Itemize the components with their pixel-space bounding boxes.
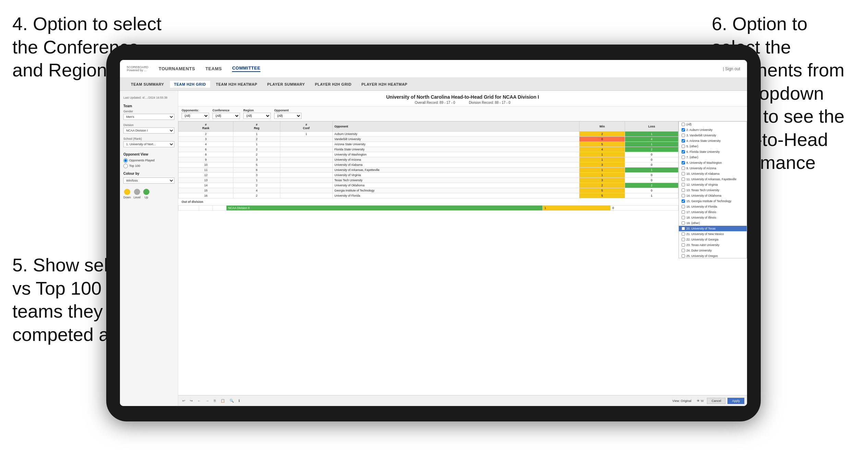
subnav-team-h2h-heatmap[interactable]: TEAM H2H HEATMAP	[212, 81, 261, 88]
opponent-view-title: Opponent View	[123, 152, 174, 156]
nav-teams[interactable]: TEAMS	[205, 66, 222, 71]
dropdown-item[interactable]: 17. University of Illinois	[679, 209, 747, 215]
table-row: 131Texas Tech University30	[179, 178, 678, 183]
dropdown-item[interactable]: 7. (other)	[679, 155, 747, 160]
toolbar-paste[interactable]: 📋	[219, 398, 226, 403]
conference-filter-select[interactable]: (All)	[212, 113, 240, 119]
col-conf: #Conf	[280, 122, 332, 132]
dropdown-item[interactable]: 4. Arizona State University	[679, 138, 747, 144]
toolbar-copy[interactable]: ⎘	[212, 398, 217, 403]
dropdown-item[interactable]: 13. Texas Tech University	[679, 187, 747, 193]
dropdown-item[interactable]: 16. University of Florida	[679, 204, 747, 209]
dropdown-item[interactable]: 25. University of Oregon	[679, 253, 747, 258]
sidebar-meta: Last Updated: 4/..../2024 16:55:38	[123, 96, 174, 100]
table-header-row: #Rank #Reg #Conf Opponent Win Loss	[179, 122, 678, 132]
h2h-table-container: #Rank #Reg #Conf Opponent Win Loss 211Au…	[178, 121, 678, 395]
opponent-filter-select[interactable]: (All)	[274, 113, 302, 119]
table-row: 211Auburn University21	[179, 132, 678, 137]
table-row: 116University of Arkansas, Fayetteville1…	[179, 168, 678, 173]
table-row: 142University of Oklahoma22	[179, 183, 678, 188]
nav-committee[interactable]: COMMITTEE	[232, 65, 260, 72]
out-div-rank-cell	[179, 206, 199, 211]
nav-tournaments[interactable]: TOURNAMENTS	[159, 66, 195, 71]
colour-by-select[interactable]: Win/loss	[123, 177, 174, 184]
table-row: 41Arizona State University51	[179, 142, 678, 147]
dropdown-item[interactable]: 14. University of Oklahoma	[679, 193, 747, 198]
subnav-player-h2h-grid[interactable]: PLAYER H2H GRID	[311, 81, 356, 88]
panel-header: University of North Carolina Head-to-Hea…	[178, 91, 747, 107]
out-div-table: NCAA Division II 1 0	[178, 205, 678, 211]
logo-sub: Powered by ...	[127, 69, 148, 72]
table-row: 154Georgia Institute of Technology50	[179, 188, 678, 193]
opponents-filter-group: Opponents: (All)	[182, 109, 209, 119]
toolbar-info[interactable]: ℹ	[237, 398, 241, 403]
toolbar-zoom[interactable]: 🔍	[228, 398, 235, 403]
tablet-frame: 5COREBOARD Powered by ... TOURNAMENTS TE…	[106, 45, 761, 421]
dropdown-item[interactable]: 22. University of Georgia	[679, 237, 747, 242]
opponent-filter-group: Opponent (All)	[274, 109, 302, 119]
dropdown-item[interactable]: 10. University of Alabama	[679, 171, 747, 176]
toolbar-redo[interactable]: ↪	[188, 398, 194, 403]
dropdown-item[interactable]: 15. Georgia Institute of Technology	[679, 198, 747, 204]
subnav-team-h2h-grid[interactable]: TEAM H2H GRID	[170, 81, 210, 88]
toolbar-undo[interactable]: ↩	[181, 398, 186, 403]
tablet-screen: 5COREBOARD Powered by ... TOURNAMENTS TE…	[120, 60, 747, 406]
nav-signout[interactable]: | Sign out	[723, 66, 740, 71]
legend-level-dot	[134, 189, 140, 195]
data-area: #Rank #Reg #Conf Opponent Win Loss 211Au…	[178, 121, 747, 395]
sub-navbar: TEAM SUMMARY TEAM H2H GRID TEAM H2H HEAT…	[120, 78, 747, 91]
subnav-team-summary[interactable]: TEAM SUMMARY	[127, 81, 168, 88]
cancel-button[interactable]: Cancel	[707, 398, 725, 404]
overall-record: Overall Record: 89 - 17 - 0	[415, 101, 455, 105]
toolbar-view-label: View: Original	[672, 399, 691, 403]
table-row: 93University of Arizona10	[179, 157, 678, 162]
dropdown-item[interactable]: (All)	[679, 122, 747, 127]
radio-opponents-played[interactable]: Opponents Played	[123, 158, 174, 163]
col-reg: #Reg	[233, 122, 280, 132]
out-div-reg-cell	[199, 206, 213, 211]
legend-up-label: Up	[145, 196, 148, 199]
dropdown-item[interactable]: 20. University of Texas	[679, 226, 747, 231]
sidebar-school-label: School (Rank)	[123, 137, 174, 140]
subnav-player-h2h-heatmap[interactable]: PLAYER H2H HEATMAP	[357, 81, 412, 88]
main-content: Last Updated: 4/..../2024 16:55:38 Team …	[120, 91, 747, 406]
dropdown-item[interactable]: 6. Florida State University	[679, 149, 747, 155]
opponents-filter-label: Opponents:	[182, 109, 209, 112]
toolbar-back[interactable]: ←	[196, 398, 202, 403]
h2h-tbody: 211Auburn University2132Vanderbilt Unive…	[179, 132, 678, 198]
dropdown-item[interactable]: 3. Vanderbilt University	[679, 133, 747, 138]
dropdown-item[interactable]: 18. University of Illinois	[679, 215, 747, 220]
out-div-loss-cell: 0	[611, 206, 678, 211]
out-div-row: NCAA Division II 1 0	[179, 206, 678, 211]
radio-top100[interactable]: Top 100	[123, 164, 174, 168]
dropdown-item[interactable]: 5. (other)	[679, 144, 747, 149]
region-filter-select[interactable]: (All)	[243, 113, 271, 119]
dropdown-item[interactable]: 8. University of Washington	[679, 160, 747, 165]
col-win: Win	[579, 122, 625, 132]
sidebar-school-select[interactable]: 1. University of Nort...	[123, 141, 174, 147]
toolbar-forward[interactable]: →	[204, 398, 210, 403]
dropdown-item[interactable]: 19. (other)	[679, 220, 747, 226]
region-filter-group: Region (All)	[243, 109, 271, 119]
apply-button[interactable]: Apply	[728, 398, 744, 404]
legend-up-dot	[143, 189, 149, 195]
app-logo: 5COREBOARD Powered by ...	[127, 66, 148, 72]
dropdown-item[interactable]: 11. University of Arkansas, Fayetteville	[679, 176, 747, 182]
table-row: 32Vanderbilt University04	[179, 137, 678, 142]
bottom-toolbar: ↩ ↪ ← → ⎘ 📋 🔍 ℹ View: Original 👁 W Cance…	[178, 395, 747, 406]
table-row: 105University of Alabama30	[179, 162, 678, 168]
legend-down-label: Down	[123, 196, 131, 199]
sidebar-division-select[interactable]: NCAA Division I	[123, 127, 174, 134]
subnav-player-summary[interactable]: PLAYER SUMMARY	[263, 81, 309, 88]
dropdown-item[interactable]: 12. University of Virginia	[679, 182, 747, 187]
opponents-filter-select[interactable]: (All)	[182, 113, 209, 119]
sidebar-gender-select[interactable]: Men's	[123, 114, 174, 120]
dropdown-item[interactable]: 9. University of Arizona	[679, 165, 747, 171]
nav-links: TOURNAMENTS TEAMS COMMITTEE	[159, 65, 723, 72]
dropdown-item[interactable]: 23. Texas A&M University	[679, 242, 747, 248]
dropdown-item[interactable]: 2. Auburn University	[679, 127, 747, 133]
app-navbar: 5COREBOARD Powered by ... TOURNAMENTS TE…	[120, 60, 747, 78]
table-row: 82University of Washington10	[179, 152, 678, 157]
dropdown-item[interactable]: 24. Duke University	[679, 248, 747, 253]
dropdown-item[interactable]: 21. University of New Mexico	[679, 231, 747, 237]
